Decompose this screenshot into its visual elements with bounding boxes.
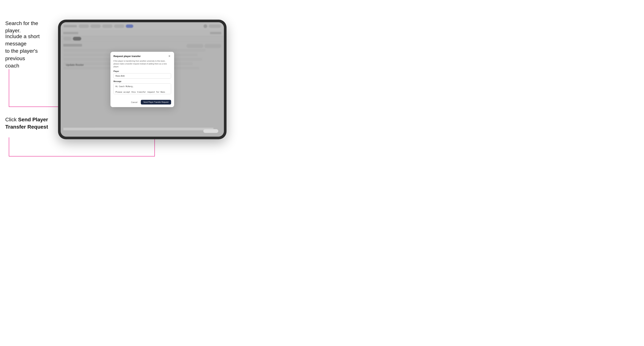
annotation-click-text: Click Send Player Transfer Request xyxy=(5,116,54,131)
send-transfer-request-button[interactable]: Send Player Transfer Request xyxy=(141,100,171,105)
app-bottom-content xyxy=(61,128,224,131)
annotation-message-text: Include a short messageto the player's p… xyxy=(5,33,54,69)
modal-description: If the player is transferring from anoth… xyxy=(110,60,174,70)
bottom-save-button-blurred xyxy=(203,129,218,133)
ipad-screen: Update Roster Request player transfer ✕ … xyxy=(61,22,224,137)
player-search-input[interactable] xyxy=(114,73,171,78)
cancel-button[interactable]: Cancel xyxy=(129,100,139,105)
modal-title: Request player transfer xyxy=(114,55,140,58)
player-field-label: Player xyxy=(114,70,171,72)
modal-close-button[interactable]: ✕ xyxy=(168,54,171,58)
modal-footer: Cancel Send Player Transfer Request xyxy=(110,100,174,107)
arrow-line-2-down xyxy=(9,137,9,156)
message-field-label: Message xyxy=(114,80,171,82)
ipad-device: Update Roster Request player transfer ✕ … xyxy=(58,20,226,139)
modal-header: Request player transfer ✕ xyxy=(110,52,174,60)
message-textarea[interactable]: Hi Coach McHarg, Please accept this tran… xyxy=(114,83,171,94)
arrow-line-2-horizontal xyxy=(9,156,155,157)
modal-body: Player Message Hi Coach McHarg, Please a… xyxy=(110,70,174,100)
transfer-request-modal: Request player transfer ✕ If the player … xyxy=(110,52,174,107)
modal-overlay: Request player transfer ✕ If the player … xyxy=(61,22,224,137)
annotation-search-text: Search for the player. xyxy=(5,20,54,34)
arrow-line-1 xyxy=(9,69,9,107)
